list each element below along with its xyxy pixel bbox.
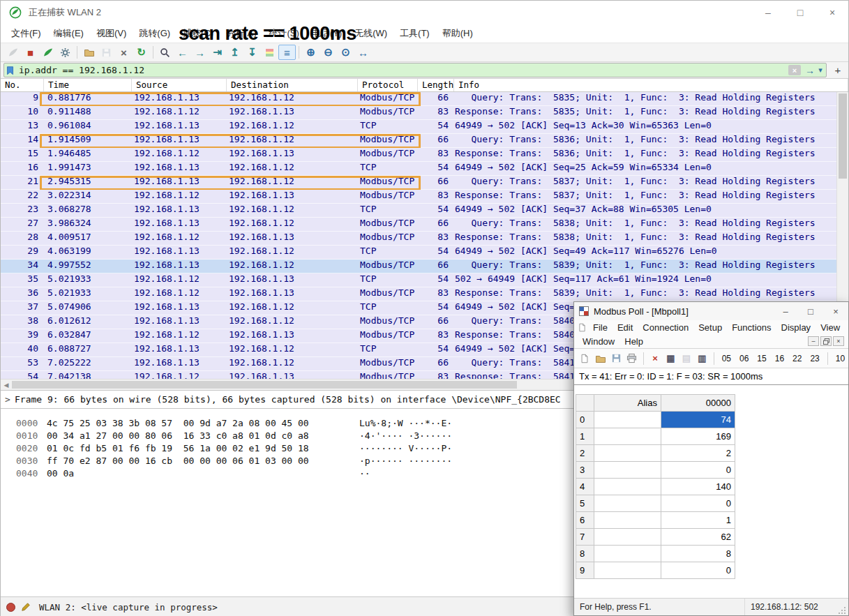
menu-g[interactable]: 跳转(G) <box>133 24 176 43</box>
function-10-button[interactable]: 10 <box>832 354 848 363</box>
menu-e[interactable]: 编辑(E) <box>47 24 90 43</box>
display-filter-input[interactable]: ip.addr == 192.168.1.12 × → ▾ <box>3 63 827 77</box>
filter-apply-icon[interactable]: → <box>804 65 816 75</box>
expert-info-icon[interactable] <box>6 603 15 612</box>
save-file-icon[interactable] <box>609 352 623 366</box>
scrollbar-thumb[interactable] <box>839 93 847 179</box>
restart-capture-icon[interactable] <box>39 45 57 60</box>
packet-row[interactable]: 161.991473192.168.1.13192.168.1.12TCP546… <box>1 162 836 176</box>
menu-v[interactable]: 视图(V) <box>90 24 133 43</box>
menu-f[interactable]: 文件(F) <box>5 24 47 43</box>
grid-value-cell[interactable]: 62 <box>661 529 735 546</box>
reload-icon[interactable]: ↻ <box>133 45 150 60</box>
grid-row-header[interactable]: 7 <box>576 529 594 546</box>
grid-corner-header[interactable] <box>576 395 594 412</box>
print-icon[interactable] <box>624 352 638 366</box>
grid-alias-cell[interactable] <box>594 562 661 579</box>
grid-alias-cell[interactable] <box>594 412 661 428</box>
grid-value-cell[interactable]: 0 <box>661 495 735 512</box>
grid-value-cell[interactable]: 0 <box>661 462 735 479</box>
menu-t[interactable]: 工具(T) <box>393 24 436 43</box>
packet-row[interactable]: 233.068278192.168.1.13192.168.1.12TCP546… <box>1 204 836 218</box>
new-file-icon[interactable] <box>578 352 592 366</box>
modbus-menu-functions[interactable]: Functions <box>727 322 776 333</box>
packet-row[interactable]: 141.914509192.168.1.13192.168.1.12Modbus… <box>1 134 836 148</box>
grid-row-header[interactable]: 8 <box>576 546 594 562</box>
modbus-titlebar[interactable]: Modbus Poll - [Mbpoll1] – □ × <box>574 302 848 320</box>
grid-alias-cell[interactable] <box>594 546 661 562</box>
modbus-menu-help[interactable]: Help <box>619 336 648 347</box>
expand-arrow-icon[interactable] <box>1 394 15 405</box>
modbus-menu-edit[interactable]: Edit <box>613 322 638 333</box>
capture-options-icon[interactable] <box>57 45 74 60</box>
filter-clear-icon[interactable]: × <box>788 65 801 75</box>
modbus-menu-file[interactable]: File <box>588 322 613 333</box>
start-capture-icon[interactable] <box>4 45 22 60</box>
go-bottom-icon[interactable]: ↧ <box>243 45 261 60</box>
close-file-icon[interactable]: × <box>115 45 133 60</box>
scroll-left-arrow-icon[interactable]: ◀ <box>1 382 12 389</box>
function-15-button[interactable]: 15 <box>753 354 769 363</box>
grid-alias-cell[interactable] <box>594 512 661 529</box>
display-options-icon[interactable]: ▥ <box>695 352 709 366</box>
grid-row-header[interactable]: 0 <box>576 412 594 428</box>
column-header-protocol[interactable]: Protocol <box>358 79 418 91</box>
auto-scroll-icon[interactable]: ≡ <box>278 45 296 60</box>
go-top-icon[interactable]: ↥ <box>226 45 243 60</box>
packet-row[interactable]: 344.997552192.168.1.13192.168.1.12Modbus… <box>1 260 836 273</box>
packet-row[interactable]: 284.009517192.168.1.12192.168.1.13Modbus… <box>1 232 836 246</box>
open-file-icon[interactable] <box>593 352 607 366</box>
packet-row[interactable]: 294.063199192.168.1.13192.168.1.12TCP546… <box>1 246 836 260</box>
modbus-menu-connection[interactable]: Connection <box>638 322 693 333</box>
modbus-close-button[interactable]: × <box>823 302 848 320</box>
poll-definition-icon[interactable]: ▦ <box>663 352 677 366</box>
packet-row[interactable]: 151.946485192.168.1.12192.168.1.13Modbus… <box>1 148 836 162</box>
packet-row[interactable]: 212.945315192.168.1.13192.168.1.12Modbus… <box>1 176 836 190</box>
grid-alias-cell[interactable] <box>594 479 661 495</box>
zoom-in-icon[interactable]: ⊕ <box>302 45 320 60</box>
filter-bookmark-icon[interactable] <box>6 66 15 75</box>
save-file-icon[interactable] <box>98 45 115 60</box>
packet-row[interactable]: 273.986324192.168.1.13192.168.1.12Modbus… <box>1 218 836 232</box>
resize-columns-icon[interactable]: ↔ <box>354 45 372 60</box>
column-header-source[interactable]: Source <box>132 79 227 91</box>
function-22-button[interactable]: 22 <box>789 354 805 363</box>
modbus-minimize-button[interactable]: – <box>773 302 798 320</box>
modbus-menu-view[interactable]: View <box>816 322 845 333</box>
packet-row[interactable]: 90.881776192.168.1.13192.168.1.12Modbus/… <box>1 92 836 106</box>
close-button[interactable]: × <box>816 1 848 24</box>
modbus-menu-setup[interactable]: Setup <box>693 322 727 333</box>
read-write-definition-icon[interactable]: ▤ <box>679 352 693 366</box>
colorize-icon[interactable] <box>261 45 278 60</box>
resize-grip-icon[interactable] <box>838 606 847 615</box>
column-header-info[interactable]: Info <box>454 79 848 91</box>
grid-alias-cell[interactable] <box>594 445 661 462</box>
mdi-restore-button[interactable] <box>820 336 832 346</box>
modbus-menu-display[interactable]: Display <box>776 322 816 333</box>
zoom-out-icon[interactable]: ⊖ <box>320 45 337 60</box>
disconnect-icon[interactable]: × <box>648 352 662 366</box>
grid-value-cell[interactable]: 2 <box>661 445 735 462</box>
grid-row-header[interactable]: 9 <box>576 562 594 579</box>
grid-alias-cell[interactable] <box>594 495 661 512</box>
grid-column-header-alias[interactable]: Alias <box>594 395 661 412</box>
column-header-destination[interactable]: Destination <box>227 79 358 91</box>
grid-row-header[interactable]: 4 <box>576 479 594 495</box>
modbus-menu-window[interactable]: Window <box>578 336 619 347</box>
mdi-minimize-button[interactable]: – <box>808 336 819 346</box>
column-header-length[interactable]: Length <box>418 79 454 91</box>
function-06-button[interactable]: 06 <box>736 354 752 363</box>
grid-value-cell[interactable]: 0 <box>661 562 735 579</box>
stop-capture-icon[interactable]: ■ <box>22 45 39 60</box>
grid-value-cell[interactable]: 140 <box>661 479 735 495</box>
minimize-button[interactable]: – <box>752 1 784 24</box>
wireshark-titlebar[interactable]: 正在捕获 WLAN 2 – □ × <box>1 1 848 24</box>
grid-column-header-00000[interactable]: 00000 <box>661 395 735 412</box>
packet-row[interactable]: 130.961084192.168.1.13192.168.1.12TCP546… <box>1 120 836 134</box>
packet-row[interactable]: 223.022314192.168.1.12192.168.1.13Modbus… <box>1 190 836 204</box>
grid-alias-cell[interactable] <box>594 529 661 546</box>
go-forward-icon[interactable]: → <box>191 45 209 60</box>
function-23-button[interactable]: 23 <box>806 354 822 363</box>
packet-row[interactable]: 365.021933192.168.1.12192.168.1.13Modbus… <box>1 287 836 301</box>
grid-value-cell[interactable]: 169 <box>661 428 735 445</box>
